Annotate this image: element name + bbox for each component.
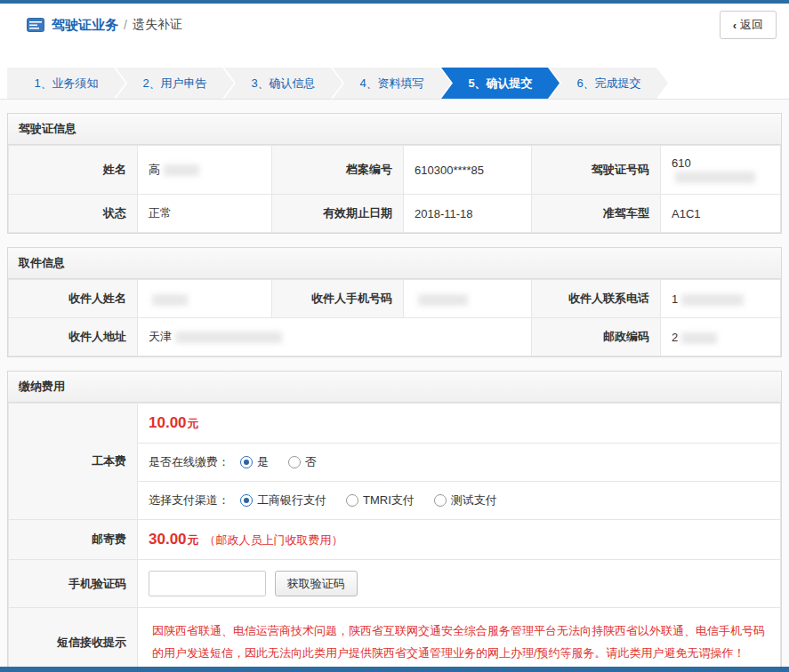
back-button[interactable]: ‹ 返回	[720, 11, 777, 39]
field-value-text: 1	[672, 292, 678, 306]
wizard-step-3: 3、确认信息	[224, 68, 342, 99]
radio-option-yes[interactable]: 是	[240, 454, 269, 470]
wizard-step-6: 6、完成提交	[550, 68, 668, 99]
payment-channel-question: 选择支付渠道：	[149, 492, 229, 508]
pickup-info-section-title: 取件信息	[8, 248, 781, 279]
field-value-text: 610300****85	[415, 164, 484, 177]
base-fee-amount-cell: 10.00元	[138, 404, 781, 444]
field-value-name: 高	[138, 146, 272, 195]
radio-option-no[interactable]: 否	[288, 454, 317, 470]
page-title: 驾驶证业务	[52, 17, 118, 34]
breadcrumb-separator: /	[124, 18, 127, 32]
field-label-captcha: 手机验证码	[9, 560, 138, 608]
field-value-text: 正常	[149, 206, 172, 220]
field-value-recipient-name	[138, 280, 272, 318]
back-button-label: 返回	[740, 17, 763, 33]
table-row: 工本费 10.00元	[9, 404, 781, 444]
field-value-recipient-mobile	[404, 280, 532, 318]
postage-fee-unit: 元	[188, 533, 199, 547]
radio-option-icbc[interactable]: 工商银行支付	[240, 492, 326, 508]
license-info-section: 驾驶证信息 姓名 高 档案编号 610300****85 驾驶证号码 610 状…	[7, 113, 782, 234]
radio-label: 测试支付	[451, 492, 497, 508]
license-info-section-title: 驾驶证信息	[8, 114, 781, 145]
redacted-text	[418, 294, 468, 306]
field-label-recipient-mobile: 收件人手机号码	[272, 280, 404, 318]
field-label-status: 状态	[9, 195, 138, 233]
online-payment-question: 是否在线缴费：	[149, 454, 229, 470]
page-subtitle: 遗失补证	[133, 17, 182, 33]
field-label-file-number: 档案编号	[272, 146, 404, 195]
wizard-step-2: 2、用户申告	[116, 68, 234, 99]
wizard-steps: 1、业务须知 2、用户申告 3、确认信息 4、资料填写 5、确认提交 6、完成提…	[0, 68, 789, 100]
redacted-text	[152, 294, 188, 306]
page-header: 驾驶证业务 / 遗失补证 ‹ 返回	[0, 4, 789, 46]
radio-selected-icon	[240, 494, 253, 507]
redacted-text	[175, 332, 282, 343]
table-row: 状态 正常 有效期止日期 2018-11-18 准驾车型 A1C1	[9, 195, 781, 233]
table-row: 收件人地址 天津 邮政编码 2	[9, 318, 781, 356]
field-label-name: 姓名	[9, 146, 138, 195]
radio-unselected-icon	[346, 494, 358, 507]
captcha-input[interactable]	[149, 571, 266, 596]
radio-label: TMRI支付	[363, 492, 415, 508]
field-value-recipient-address: 天津	[138, 318, 532, 356]
field-label-vehicle-class: 准驾车型	[532, 195, 661, 233]
back-chevron-icon: ‹	[733, 19, 737, 32]
table-row: 短信接收提示 因陕西省联通、电信运营商技术问题，陕西省互联网交通安全综合服务管理…	[9, 608, 781, 672]
online-payment-row: 是否在线缴费： 是 否	[138, 444, 781, 482]
sms-notice-cell: 因陕西省联通、电信运营商技术问题，陕西省互联网交通安全综合服务管理平台无法向持陕…	[138, 608, 781, 672]
field-value-recipient-phone: 1	[661, 280, 781, 318]
wizard-step-4: 4、资料填写	[333, 68, 451, 99]
field-label-base-fee: 工本费	[9, 404, 138, 520]
field-label-postage-fee: 邮寄费	[9, 520, 138, 560]
bottom-accent-bar	[0, 667, 789, 672]
postage-fee-cell: 30.00元（邮政人员上门收取费用）	[138, 520, 781, 560]
fees-table: 工本费 10.00元 是否在线缴费： 是 否	[8, 403, 781, 672]
postage-fee-amount: 30.00	[149, 531, 187, 548]
table-row: 姓名 高 档案编号 610300****85 驾驶证号码 610	[9, 146, 781, 195]
table-row: 手机验证码 获取验证码	[9, 560, 781, 608]
field-value-file-number: 610300****85	[404, 146, 532, 195]
wizard-step-5-active: 5、确认提交	[441, 68, 560, 99]
base-fee-amount: 10.00	[149, 414, 187, 431]
table-row: 邮寄费 30.00元（邮政人员上门收取费用）	[9, 520, 781, 560]
table-row: 收件人姓名 收件人手机号码 收件人联系电话 1	[9, 280, 781, 318]
radio-option-test[interactable]: 测试支付	[434, 492, 497, 508]
field-value-text: 天津	[149, 330, 172, 343]
field-value-vehicle-class: A1C1	[661, 195, 781, 233]
radio-label: 工商银行支付	[257, 492, 326, 508]
license-info-table: 姓名 高 档案编号 610300****85 驾驶证号码 610 状态 正常 有…	[8, 145, 781, 233]
field-label-expiry-date: 有效期止日期	[272, 195, 404, 233]
redacted-text	[681, 294, 744, 306]
sms-notice-text: 因陕西省联通、电信运营商技术问题，陕西省互联网交通安全综合服务管理平台无法向持陕…	[149, 619, 769, 666]
field-value-expiry-date: 2018-11-18	[404, 195, 532, 233]
redacted-text	[681, 332, 717, 344]
radio-unselected-icon	[434, 494, 447, 507]
base-fee-unit: 元	[188, 417, 199, 430]
field-value-license-number: 610	[661, 146, 781, 195]
postage-fee-note: （邮政人员上门收取费用）	[205, 533, 343, 547]
header-spacer	[0, 46, 789, 68]
field-label-recipient-phone: 收件人联系电话	[532, 280, 661, 318]
captcha-cell: 获取验证码	[138, 560, 781, 608]
field-value-zip-code: 2	[661, 318, 781, 356]
wizard-step-1: 1、业务须知	[7, 68, 125, 99]
license-document-icon	[27, 18, 44, 32]
field-label-recipient-address: 收件人地址	[9, 318, 138, 356]
payment-channel-row: 选择支付渠道： 工商银行支付 TMRI支付 测试支付	[138, 482, 781, 520]
get-captcha-button[interactable]: 获取验证码	[275, 571, 358, 596]
field-value-text: 高	[149, 163, 160, 176]
redacted-text	[164, 164, 199, 176]
redacted-text	[675, 172, 755, 183]
radio-label: 是	[257, 454, 269, 470]
radio-option-tmri[interactable]: TMRI支付	[346, 492, 415, 508]
fees-section: 缴纳费用 工本费 10.00元 是否在线缴费： 是 否	[7, 371, 782, 672]
field-label-license-number: 驾驶证号码	[532, 146, 661, 195]
pickup-info-table: 收件人姓名 收件人手机号码 收件人联系电话 1 收件人地址 天津 邮政编码 2	[8, 279, 781, 356]
field-label-zip-code: 邮政编码	[532, 318, 661, 356]
field-label-sms-notice: 短信接收提示	[9, 608, 138, 672]
field-value-text: 610	[672, 156, 691, 170]
field-value-status: 正常	[138, 195, 272, 233]
field-label-recipient-name: 收件人姓名	[9, 280, 138, 318]
field-value-text: A1C1	[672, 207, 701, 220]
